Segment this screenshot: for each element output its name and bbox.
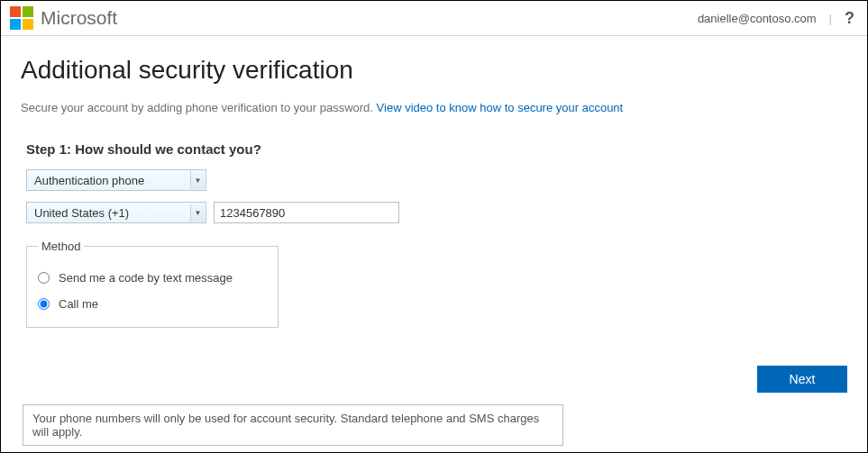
header-bar: Microsoft danielle@contoso.com | ?	[1, 1, 867, 36]
radio-text-message-input[interactable]	[38, 272, 50, 284]
page-title: Additional security verification	[21, 56, 847, 85]
separator: |	[829, 12, 832, 25]
method-legend: Method	[38, 240, 84, 253]
chevron-down-icon: ▼	[190, 171, 205, 189]
disclaimer-text: Your phone numbers will only be used for…	[23, 404, 563, 446]
brand-name: Microsoft	[41, 7, 117, 29]
help-icon[interactable]: ?	[845, 9, 854, 28]
intro-video-link[interactable]: View video to know how to secure your ac…	[377, 101, 624, 114]
intro-prefix: Secure your account by adding phone veri…	[21, 101, 377, 114]
contact-method-value: Authentication phone	[34, 174, 144, 187]
next-button[interactable]: Next	[757, 366, 847, 393]
country-select[interactable]: United States (+1) ▼	[26, 202, 206, 223]
phone-number-input[interactable]	[214, 202, 399, 223]
method-fieldset: Method Send me a code by text message Ca…	[26, 240, 279, 328]
radio-call-me[interactable]: Call me	[38, 294, 267, 314]
radio-text-message[interactable]: Send me a code by text message	[38, 267, 267, 288]
chevron-down-icon: ▼	[190, 204, 205, 222]
radio-call-me-input[interactable]	[38, 298, 50, 310]
microsoft-logo-icon	[10, 6, 33, 30]
contact-method-select[interactable]: Authentication phone ▼	[26, 169, 206, 191]
user-email: danielle@contoso.com	[698, 12, 817, 25]
step-title: Step 1: How should we contact you?	[26, 141, 847, 157]
header-right: danielle@contoso.com | ?	[698, 9, 854, 28]
brand: Microsoft	[10, 6, 117, 30]
content: Additional security verification Secure …	[1, 36, 867, 328]
intro-text: Secure your account by adding phone veri…	[21, 101, 847, 114]
country-value: United States (+1)	[34, 206, 129, 220]
radio-text-message-label: Send me a code by text message	[59, 271, 233, 285]
radio-call-me-label: Call me	[59, 297, 98, 311]
